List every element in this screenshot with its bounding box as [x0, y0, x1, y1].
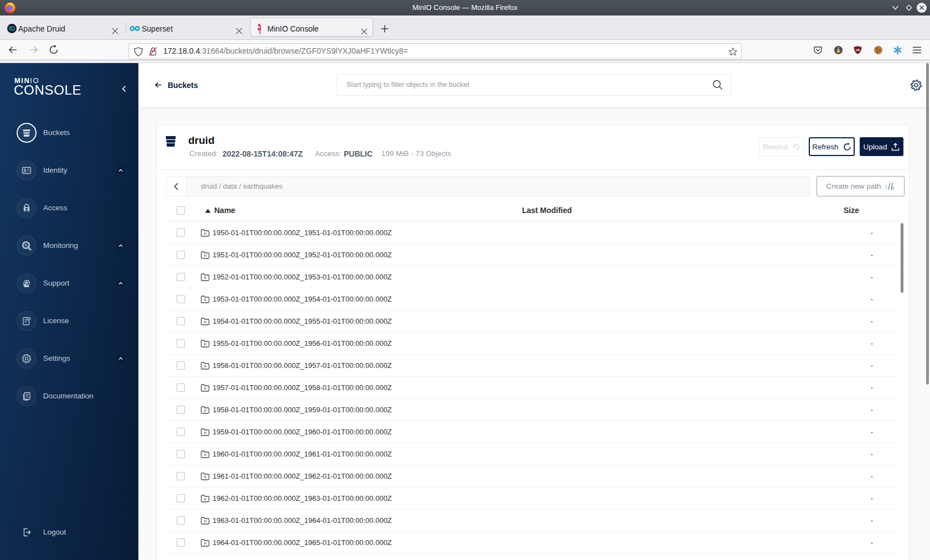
svg-text:ub: ub [856, 48, 860, 51]
